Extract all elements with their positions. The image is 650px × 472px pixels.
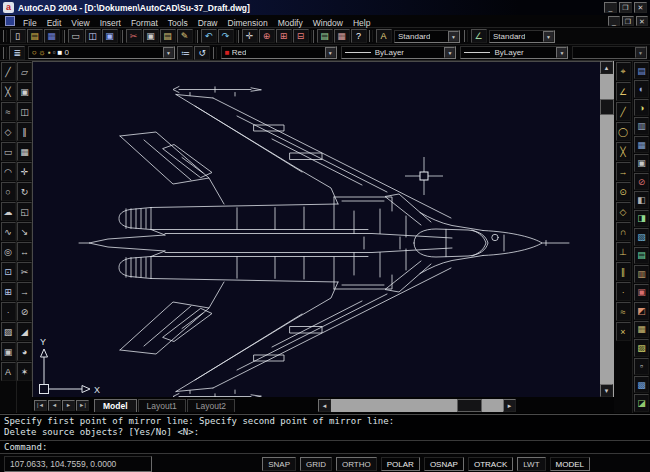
horizontal-scrollbar[interactable]: ◄ ► xyxy=(318,399,516,412)
menu-draw[interactable]: Draw xyxy=(193,18,223,28)
layer-previous-icon[interactable]: ↺ xyxy=(194,46,210,60)
mtext-icon[interactable]: A xyxy=(1,362,16,381)
break-icon[interactable]: ⊘ xyxy=(17,302,32,321)
snap-extension-icon[interactable]: → xyxy=(616,162,631,181)
zoom-window-icon[interactable]: ⊞ xyxy=(276,29,292,43)
tool-icon-12[interactable]: ▥ xyxy=(634,265,649,282)
chevron-down-icon[interactable]: ▼ xyxy=(163,47,174,58)
move-icon[interactable]: ✛ xyxy=(17,162,32,181)
snap-midpoint-icon[interactable]: ◯ xyxy=(616,122,631,141)
region-icon[interactable]: ▣ xyxy=(1,342,16,361)
lengthen-icon[interactable]: ↔ xyxy=(17,242,32,261)
array-icon[interactable]: ▦ xyxy=(17,142,32,161)
plot-preview-icon[interactable]: ◫ xyxy=(85,29,101,43)
copy-icon[interactable]: ▣ xyxy=(143,29,159,43)
snap-none-icon[interactable]: × xyxy=(616,322,631,341)
pan-icon[interactable]: ✛ xyxy=(242,29,258,43)
zoom-realtime-icon[interactable]: ⊕ xyxy=(259,29,275,43)
layer-combo[interactable]: ○☼▪▫■ 0 ▼ xyxy=(28,46,175,59)
save-icon[interactable]: ▦ xyxy=(44,29,60,43)
hatch-icon[interactable]: ▨ xyxy=(1,322,16,341)
line-icon[interactable]: ╱ xyxy=(1,62,16,81)
child-minimize-button[interactable]: _ xyxy=(608,16,620,26)
tool-icon-9[interactable]: ◨ xyxy=(634,210,649,227)
toolbar-drag-handle[interactable] xyxy=(3,47,7,59)
status-toggle-grid[interactable]: GRID xyxy=(300,457,332,471)
point-icon[interactable]: ∙ xyxy=(1,302,16,321)
menu-help[interactable]: Help xyxy=(348,18,375,28)
ellipse-icon[interactable]: ◎ xyxy=(1,242,16,261)
chevron-down-icon[interactable]: ▼ xyxy=(543,31,554,42)
scroll-up-icon[interactable]: ▲ xyxy=(600,61,613,74)
plot-style-combo[interactable]: ▼ xyxy=(572,46,647,59)
tab-layout2[interactable]: Layout2 xyxy=(187,399,235,412)
redo-icon[interactable]: ↷ xyxy=(218,29,234,43)
tool-icon-3[interactable]: ◑ xyxy=(634,99,649,116)
toolbar-drag-handle[interactable] xyxy=(213,47,217,59)
help-icon[interactable]: ? xyxy=(351,29,367,43)
restore-button[interactable]: ❐ xyxy=(619,2,632,13)
menu-window[interactable]: Window xyxy=(308,18,348,28)
tool-icon-19[interactable]: ◪ xyxy=(634,394,649,411)
polyline-icon[interactable]: ≈ xyxy=(1,102,16,121)
arc-icon[interactable]: ◠ xyxy=(1,162,16,181)
menu-modify[interactable]: Modify xyxy=(273,18,308,28)
scroll-left-icon[interactable]: ◄ xyxy=(318,399,331,412)
properties-icon[interactable]: ▤ xyxy=(317,29,333,43)
mirror-icon[interactable]: ◫ xyxy=(17,102,32,121)
tool-icon-4[interactable]: ▥ xyxy=(634,117,649,134)
tool-icon-14[interactable]: ◩ xyxy=(634,302,649,319)
status-toggle-osnap[interactable]: OSNAP xyxy=(424,457,464,471)
menu-tools[interactable]: Tools xyxy=(163,18,193,28)
dim-style-combo[interactable]: Standard ▼ xyxy=(489,30,555,43)
make-object-layer-current-icon[interactable]: ≔ xyxy=(177,46,193,60)
chamfer-icon[interactable]: ◢ xyxy=(17,322,32,341)
snap-intersection-icon[interactable]: ╳ xyxy=(616,142,631,161)
snap-parallel-icon[interactable]: ∥ xyxy=(616,262,631,281)
drawing-canvas[interactable]: Y X xyxy=(32,61,600,397)
make-block-icon[interactable]: ⊞ xyxy=(1,282,16,301)
scale-icon[interactable]: ◱ xyxy=(17,202,32,221)
snap-from-icon[interactable]: ∠ xyxy=(616,82,631,101)
vertical-scroll-thumb[interactable] xyxy=(600,99,614,115)
chevron-down-icon[interactable]: ▼ xyxy=(556,47,567,58)
text-style-combo[interactable]: Standard ▼ xyxy=(394,30,460,43)
tool-icon-18[interactable]: ▩ xyxy=(634,376,649,393)
rectangle-icon[interactable]: ▭ xyxy=(1,142,16,161)
vertical-scroll-track[interactable] xyxy=(600,74,614,384)
construction-line-icon[interactable]: ╳ xyxy=(1,82,16,101)
designcenter-icon[interactable]: ▦ xyxy=(334,29,350,43)
open-icon[interactable]: ▤ xyxy=(27,29,43,43)
snap-node-icon[interactable]: ∙ xyxy=(616,282,631,301)
status-toggle-otrack[interactable]: OTRACK xyxy=(468,457,513,471)
child-restore-button[interactable]: ❐ xyxy=(622,16,634,26)
tool-icon-16[interactable]: ▨ xyxy=(634,339,649,356)
close-button[interactable]: ✕ xyxy=(634,2,647,13)
snap-tangent-icon[interactable]: ∩ xyxy=(616,222,631,241)
zoom-previous-icon[interactable]: ⊟ xyxy=(293,29,309,43)
tool-icon-15[interactable]: ▦ xyxy=(634,321,649,338)
offset-icon[interactable]: ∥ xyxy=(17,122,32,141)
paste-icon[interactable]: ▤ xyxy=(160,29,176,43)
chevron-down-icon[interactable]: ▼ xyxy=(325,47,336,58)
tool-icon-17[interactable]: ▫ xyxy=(634,358,649,375)
menu-edit[interactable]: Edit xyxy=(42,18,67,28)
match-properties-icon[interactable]: ✎ xyxy=(177,29,193,43)
toolbar-drag-handle[interactable] xyxy=(3,30,7,42)
tool-icon-10[interactable]: ▧ xyxy=(634,228,649,245)
toolbar-drag-handle[interactable] xyxy=(464,30,468,42)
tool-icon-5[interactable]: ▦ xyxy=(634,136,649,153)
chevron-down-icon[interactable]: ▼ xyxy=(444,47,455,58)
layer-manager-icon[interactable]: ≣ xyxy=(9,46,25,60)
text-style-icon[interactable]: A xyxy=(376,29,392,43)
tool-icon-8[interactable]: ◧ xyxy=(634,191,649,208)
spline-icon[interactable]: ∿ xyxy=(1,222,16,241)
status-toggle-lwt[interactable]: LWT xyxy=(517,457,545,471)
menu-dimension[interactable]: Dimension xyxy=(223,18,273,28)
vertical-scrollbar[interactable]: ▲ ▼ xyxy=(600,61,614,397)
polygon-icon[interactable]: ◇ xyxy=(1,122,16,141)
snap-perpendicular-icon[interactable]: ⊥ xyxy=(616,242,631,261)
snap-nearest-icon[interactable]: ≈ xyxy=(616,302,631,321)
circle-icon[interactable]: ○ xyxy=(1,182,16,201)
cut-icon[interactable]: ✂ xyxy=(126,29,142,43)
